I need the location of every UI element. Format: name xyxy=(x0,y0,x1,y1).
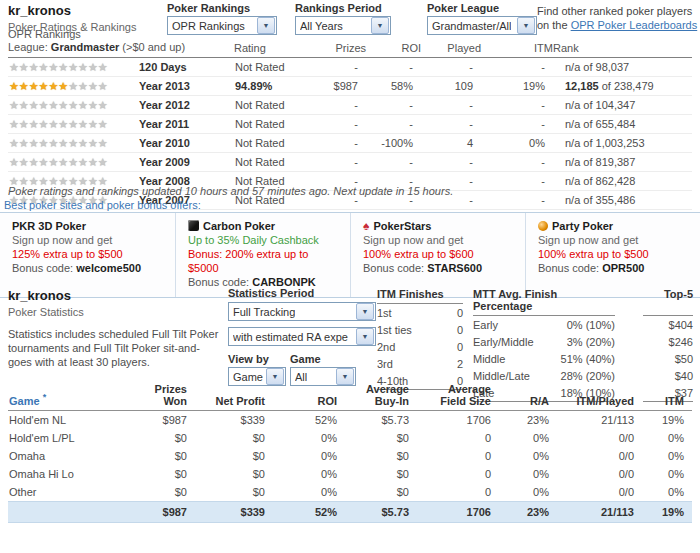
rating-value: Not Rated xyxy=(234,115,324,134)
itm-played-value: 0/0 xyxy=(557,447,642,465)
statistics-period-select[interactable]: Full Tracking ▼ xyxy=(228,302,376,321)
offer-card: ♠PokerStarsSign up now and get100% extra… xyxy=(350,213,525,297)
mtt-row: Early0% (10%)$404 xyxy=(473,316,693,333)
period-label: Year 2009 xyxy=(138,153,234,172)
bonus-line: Bonus: 200% extra up to $5000 xyxy=(188,247,342,275)
ra-expenses-select[interactable]: with estimated RA expe ▼ xyxy=(228,327,376,346)
net-profit-value: $0 xyxy=(195,483,273,502)
rankings-row: ★★★★★★★★★★120 DaysNot Rated----n/a of 98… xyxy=(8,58,692,77)
pokerstars-spade-icon: ♠ xyxy=(363,219,369,233)
rank-value: n/a of 819,387 xyxy=(553,153,692,172)
itm-value: - xyxy=(481,191,553,210)
ra-value: 23% xyxy=(499,411,557,430)
column-header-game[interactable]: Game xyxy=(9,395,40,407)
total-ra-value: 23% xyxy=(499,502,557,523)
game-filter-label: Game xyxy=(290,353,321,365)
offer-name-row: PKR 3D Poker xyxy=(12,219,167,233)
totals-row: $987$33952%$5.73170623%21/11319% xyxy=(8,502,692,523)
bonus-code-line: Bonus code: OPR500 xyxy=(538,261,692,275)
bonus-code: welcome500 xyxy=(76,262,141,274)
offer-name[interactable]: PokerStars xyxy=(373,220,431,232)
bonus-line: 100% extra up to $600 xyxy=(363,247,517,261)
prizes-won-value: $987 xyxy=(138,411,195,430)
stats-description: Statistics includes scheduled Full Tilt … xyxy=(8,327,222,369)
rating-value: Not Rated xyxy=(234,153,324,172)
star-rating: ★★★★★★★★★★ xyxy=(8,77,138,96)
column-header-played: Played xyxy=(421,28,481,58)
game-name: Other xyxy=(8,483,138,502)
mtt-title: MTT Avg. Finish Percentage xyxy=(473,288,615,316)
rank-value: n/a of 655,484 xyxy=(553,115,692,134)
itm-place-value: 2 xyxy=(457,358,463,370)
star-empty-icons: ★★★★★★★★★★ xyxy=(9,118,108,130)
poker-league-label: Poker League xyxy=(427,2,537,14)
offer-name-row: ♠PokerStars xyxy=(363,219,517,233)
game-name: Hold'em L/PL xyxy=(8,429,138,447)
select-value: Full Tracking xyxy=(233,306,295,318)
chevron-down-icon: ▼ xyxy=(356,303,374,320)
league-value: Grandmaster xyxy=(51,41,119,53)
opr-rankings-page: kr_kronos Poker Ratings & Rankings Poker… xyxy=(0,0,700,553)
poker-rankings-label: Poker Rankings xyxy=(167,2,277,14)
roi-value: 58% xyxy=(366,77,421,96)
column-header-rank: Rank xyxy=(553,28,692,58)
offer-name[interactable]: Carbon Poker xyxy=(203,220,275,232)
party-poker-icon xyxy=(538,221,548,231)
avg-buyin-value: $5.73 xyxy=(345,411,417,430)
mtt-stage-label: Early/Middle xyxy=(473,336,553,348)
rank-value: n/a of 98,037 xyxy=(553,58,692,77)
roi-value: - xyxy=(366,153,421,172)
offer-name-row: Carbon Poker xyxy=(188,219,342,233)
mtt-row: Early/Middle3% (20%)$246 xyxy=(473,333,693,350)
itm-value: - xyxy=(481,58,553,77)
rank-value: 12,185 of 238,479 xyxy=(553,77,692,96)
avg-field-size-value: 1706 xyxy=(417,411,499,430)
avg-buyin-value: $0 xyxy=(345,447,417,465)
played-value: 109 xyxy=(421,77,481,96)
bonus-code-label: Bonus code: xyxy=(12,262,76,274)
offer-card: Carbon PokerUp to 35% Daily CashbackBonu… xyxy=(175,213,350,297)
roi-value: - xyxy=(366,96,421,115)
offer-name[interactable]: PKR 3D Poker xyxy=(12,220,86,232)
roi-value: 0% xyxy=(273,447,345,465)
ra-value: 0% xyxy=(499,429,557,447)
star-empty-icons: ★★★★ xyxy=(68,80,107,92)
total-prizes-won-value: $987 xyxy=(138,502,195,523)
mtt-stage-label: Middle/Late xyxy=(473,370,553,382)
itm-finishes-table: ITM Finishes 1st01st ties02nd03rd24-10th… xyxy=(377,288,463,390)
itm-place-label: 1st xyxy=(377,307,392,319)
stats-title-block: kr_kronos Poker Statistics Statistics in… xyxy=(8,288,222,369)
find-players-line1: Find other ranked poker players xyxy=(537,5,692,17)
ra-value: 0% xyxy=(499,483,557,502)
top5-title: Top-5 xyxy=(643,288,693,316)
star-rating: ★★★★★★★★★★ xyxy=(8,153,138,172)
offer-name[interactable]: Party Poker xyxy=(552,220,613,232)
league-note: (>$0 and up) xyxy=(119,41,185,53)
rank-main: 12,185 xyxy=(565,80,599,92)
itm-row: 1st0 xyxy=(377,304,463,321)
itm-place-label: 3rd xyxy=(377,358,393,370)
column-header-roi: ROI xyxy=(366,28,421,58)
rank-main: n/a xyxy=(565,118,580,130)
rating-value: 94.89% xyxy=(234,77,324,96)
games-header-row: Game * Prizes Won Net Profit ROI Average… xyxy=(8,382,692,411)
itm-value: 19% xyxy=(481,77,553,96)
period-label: Year 2013 xyxy=(138,77,234,96)
mtt-row: Middle51% (40%)$50 xyxy=(473,350,693,367)
games-row: Hold'em NL$987$33952%$5.73170623%21/1131… xyxy=(8,411,692,430)
total-net-profit-value: $339 xyxy=(195,502,273,523)
rank-value: n/a of 104,347 xyxy=(553,96,692,115)
star-empty-icons: ★★★★★★★★★★ xyxy=(9,156,108,168)
itm-played-value: 21/113 xyxy=(557,411,642,430)
mtt-stage-label: Early xyxy=(473,319,553,331)
ra-value: 0% xyxy=(499,465,557,483)
rankings-header-row: OPR Rankings League: Grandmaster (>$0 an… xyxy=(8,28,692,58)
game-name: Hold'em NL xyxy=(8,411,138,430)
bonus-code-line: Bonus code: STARS600 xyxy=(363,261,517,275)
offer-tagline: Sign up now and get xyxy=(12,233,167,247)
bonus-line: 100% extra up to $500 xyxy=(538,247,692,261)
star-rating: ★★★★★★★★★★ xyxy=(8,58,138,77)
column-header-itm-played: ITM/Played xyxy=(557,382,642,411)
net-profit-value: $339 xyxy=(195,411,273,430)
column-header-ra: R/A xyxy=(499,382,557,411)
